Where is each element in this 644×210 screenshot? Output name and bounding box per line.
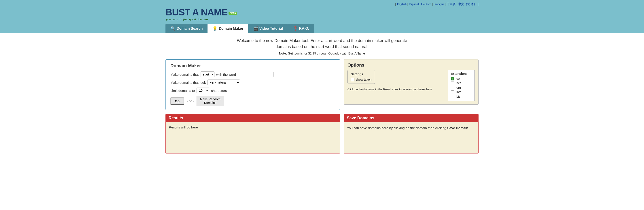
lang-japanese[interactable]: 日本語 (446, 2, 456, 6)
tab-video-tutorial-label: Video Tutorial (260, 26, 283, 31)
logo: BUST A NAMEBETA (166, 7, 237, 17)
save-panel: Save Domains You can save domains here b… (344, 114, 478, 154)
tab-domain-search[interactable]: 🔍 Domain Search (166, 24, 208, 33)
ext-biz-row: .biz (451, 95, 472, 98)
form-row-naturalness: Make domains that look very natural natu… (170, 80, 335, 85)
main-content: Welcome to the new Domain Maker tool. En… (161, 33, 483, 158)
options-title: Options (348, 63, 475, 68)
question-icon: ❓ (293, 26, 298, 31)
ext-info-row: .info (451, 90, 472, 94)
top-bar: [ English | Español | Deutsch | Français… (0, 0, 644, 33)
results-placeholder: Results will go here (169, 125, 198, 129)
results-body: Results will go here (166, 122, 340, 154)
options-panel: Options Settings show taken Click on the… (344, 59, 478, 105)
domain-maker-panel: Domain Maker Make domains that start end… (166, 59, 340, 110)
domain-maker-title: Domain Maker (170, 63, 335, 68)
limit-select[interactable]: 10 8 9 11 12 13 14 15 20 any (196, 88, 209, 93)
row3-suffix: characters (211, 89, 227, 92)
tab-domain-maker[interactable]: 💡 Domain Maker (208, 24, 248, 33)
save-domain-bold: Save Domain (447, 126, 468, 130)
ext-org-label: .org (456, 86, 461, 89)
row1-prefix: Make domains that (170, 73, 199, 76)
video-icon: 🎬 (253, 26, 258, 31)
ext-info-checkbox[interactable] (451, 90, 454, 94)
note-text: Note: Get .com's for $2.99 through Godad… (166, 52, 478, 55)
ext-biz-checkbox[interactable] (451, 95, 454, 98)
tab-domain-maker-label: Domain Maker (219, 26, 243, 31)
logo-tagline: you can still find good domains (166, 17, 208, 21)
row1-suffix: with the word (216, 73, 236, 76)
naturalness-select[interactable]: very natural natural somewhat natural an… (208, 80, 240, 85)
options-row: Settings show taken Click on the domains… (348, 70, 475, 101)
ext-com-row: .com (451, 77, 472, 80)
logo-area: BUST A NAMEBETA you can still find good … (166, 7, 237, 21)
save-text-after: . (468, 126, 469, 130)
options-left: Settings show taken Click on the domains… (348, 70, 445, 101)
logo-beta: BETA (228, 12, 237, 15)
results-header: Results (166, 114, 340, 122)
or-text: - or - (187, 99, 194, 103)
save-header: Save Domains (344, 114, 478, 122)
extensions-section: Extensions: .com .net .org (448, 70, 475, 101)
search-icon: 🔍 (170, 26, 175, 31)
lang-deutsch[interactable]: Deutsch (421, 2, 431, 6)
ext-net-checkbox[interactable] (451, 82, 454, 85)
row2-prefix: Make domains that look (170, 81, 206, 84)
ext-org-checkbox[interactable] (451, 86, 454, 89)
save-text-before: You can save domains here by clicking on… (347, 126, 447, 130)
save-body: You can save domains here by clicking on… (344, 122, 478, 154)
show-taken-checkbox[interactable] (351, 78, 354, 81)
ext-net-row: .net (451, 81, 472, 85)
lang-francais[interactable]: Français (434, 2, 444, 6)
lightbulb-icon: 💡 (212, 26, 217, 31)
form-actions: Go - or - Make RandomDomains (170, 96, 335, 106)
ext-biz-label: .biz (456, 95, 460, 98)
ext-org-row: .org (451, 86, 472, 89)
ext-net-label: .net (456, 81, 461, 85)
lang-espanol[interactable]: Español (409, 2, 419, 6)
show-taken-label: show taken (356, 78, 372, 81)
row3-prefix: Limit domains to (170, 89, 195, 92)
panels-row: Domain Maker Make domains that start end… (166, 59, 478, 110)
lang-english[interactable]: English (397, 2, 407, 6)
tab-domain-search-label: Domain Search (177, 26, 202, 31)
lang-chinese[interactable]: 中文（简体） (458, 2, 477, 6)
logo-text: BUST A NAME (166, 7, 228, 17)
main-nav: 🔍 Domain Search 💡 Domain Maker 🎬 Video T… (166, 24, 478, 33)
settings-title: Settings (351, 72, 372, 76)
word-input[interactable] (238, 72, 274, 77)
settings-box: Settings show taken (348, 70, 375, 84)
form-row-limit: Limit domains to 10 8 9 11 12 13 14 15 2… (170, 88, 335, 93)
tab-video-tutorial[interactable]: 🎬 Video Tutorial (248, 24, 288, 33)
tab-faq[interactable]: ❓ F.A.Q. (288, 24, 314, 33)
go-button[interactable]: Go (170, 97, 184, 105)
ext-com-checkbox[interactable] (451, 77, 454, 80)
click-info-text: Click on the domains in the Results box … (348, 87, 445, 91)
extensions-title: Extensions: (451, 72, 472, 75)
ext-info-label: .info (456, 90, 461, 94)
form-row-start: Make domains that start end with the wor… (170, 71, 335, 77)
welcome-line1: Welcome to the new Domain Maker tool. En… (166, 38, 478, 50)
show-taken-row: show taken (351, 78, 372, 81)
results-panel: Results Results will go here (166, 114, 340, 154)
start-select[interactable]: start end (200, 71, 214, 77)
bottom-row: Results Results will go here Save Domain… (166, 114, 478, 154)
tab-faq-label: F.A.Q. (299, 26, 309, 31)
make-random-button[interactable]: Make RandomDomains (196, 96, 224, 106)
ext-com-label: .com (456, 77, 462, 80)
